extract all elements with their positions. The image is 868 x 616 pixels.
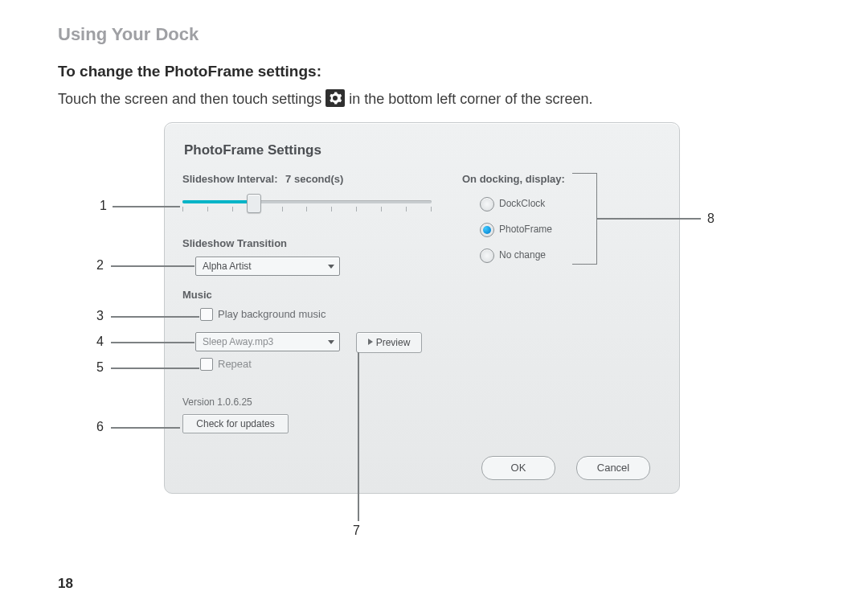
check-updates-button[interactable]: Check for updates (182, 414, 289, 433)
leader-line (111, 368, 199, 369)
music-file-value: Sleep Away.mp3 (203, 336, 273, 347)
photoframe-settings-dialog: PhotoFrame Settings Slideshow Interval: … (164, 122, 680, 494)
version-text: Version 1.0.6.25 (182, 396, 252, 408)
leader-line (113, 206, 180, 207)
play-icon (368, 339, 373, 345)
ok-button-label: OK (511, 462, 526, 474)
preview-button-label: Preview (376, 337, 411, 348)
subsection-heading: To change the PhotoFrame settings: (58, 63, 321, 80)
leader-line (111, 342, 194, 343)
play-bg-music-checkbox[interactable] (200, 308, 213, 321)
music-file-dropdown[interactable]: Sleep Away.mp3 (195, 332, 340, 351)
radio-nochange[interactable] (480, 248, 494, 263)
dialog-title: PhotoFrame Settings (184, 142, 321, 158)
radio-dockclock[interactable] (480, 197, 494, 211)
play-bg-music-label: Play background music (218, 308, 326, 320)
chevron-down-icon (328, 265, 334, 269)
transition-label: Slideshow Transition (182, 237, 287, 249)
repeat-label: Repeat (218, 358, 252, 370)
callout-number-4: 4 (96, 335, 104, 349)
cancel-button-label: Cancel (597, 462, 629, 474)
slider-thumb[interactable] (247, 194, 261, 213)
callout-number-7: 7 (353, 524, 360, 538)
section-heading: Using Your Dock (58, 24, 199, 45)
leader-line (596, 218, 701, 220)
leader-line (111, 427, 180, 429)
body-text: Touch the screen and then touch settings… (58, 88, 592, 109)
interval-slider[interactable] (182, 194, 432, 215)
radio-nochange-label: No change (499, 249, 546, 261)
callout-number-1: 1 (100, 199, 107, 213)
repeat-checkbox[interactable] (200, 358, 213, 371)
radio-photoframe[interactable] (480, 223, 494, 237)
interval-value: 7 second(s) (285, 173, 343, 185)
page-number: 18 (58, 576, 73, 592)
docking-display-label: On docking, display: (462, 173, 565, 185)
callout-number-8: 8 (707, 211, 714, 226)
settings-gear-icon (326, 89, 345, 107)
preview-button[interactable]: Preview (356, 332, 422, 353)
leader-line (111, 265, 194, 267)
callout-number-3: 3 (96, 309, 104, 323)
chevron-down-icon (328, 340, 334, 344)
body-text-after: in the bottom left corner of the screen. (349, 91, 592, 107)
callout-number-2: 2 (96, 258, 104, 273)
slider-ticks (182, 207, 432, 211)
grouping-bracket (572, 173, 597, 265)
cancel-button[interactable]: Cancel (576, 456, 650, 480)
radio-photoframe-label: PhotoFrame (499, 224, 552, 235)
music-label: Music (182, 289, 212, 301)
ok-button[interactable]: OK (481, 456, 555, 480)
transition-dropdown[interactable]: Alpha Artist (195, 257, 340, 276)
radio-dockclock-label: DockClock (499, 198, 545, 209)
body-text-before: Touch the screen and then touch settings (58, 91, 321, 107)
transition-dropdown-value: Alpha Artist (203, 261, 252, 272)
leader-line (358, 352, 359, 521)
interval-label: Slideshow Interval: (182, 173, 277, 185)
leader-line (111, 316, 199, 318)
callout-number-6: 6 (96, 420, 104, 434)
slider-fill (182, 200, 253, 203)
check-updates-label: Check for updates (196, 418, 274, 429)
callout-number-5: 5 (96, 360, 104, 375)
